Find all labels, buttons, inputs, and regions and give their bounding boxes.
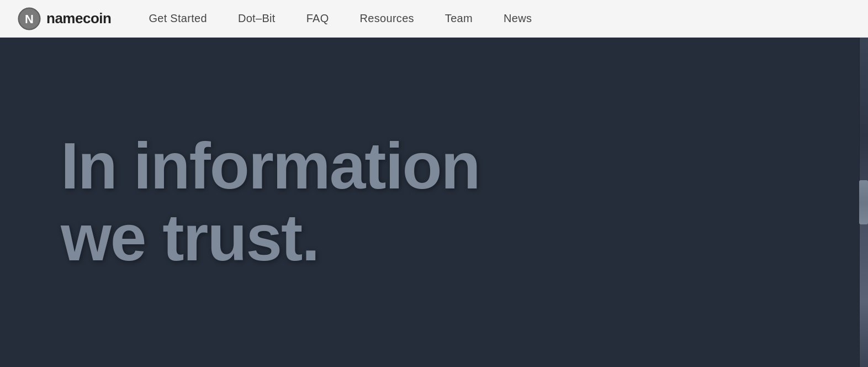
scrollbar-thumb[interactable] xyxy=(859,180,868,224)
hero-section: In information we trust. xyxy=(0,38,868,367)
nav-item-get-started[interactable]: Get Started xyxy=(133,12,223,25)
hero-headline-line2: we trust. xyxy=(61,201,319,274)
hero-headline: In information we trust. xyxy=(61,130,480,274)
nav-item-dot-bit[interactable]: Dot–Bit xyxy=(223,12,291,25)
nav-item-faq[interactable]: FAQ xyxy=(291,12,345,25)
logo-text: namecoin xyxy=(46,10,111,27)
hero-headline-line1: In information xyxy=(61,129,480,202)
nav-item-news[interactable]: News xyxy=(488,12,547,25)
main-nav: Get Started Dot–Bit FAQ Resources Team N… xyxy=(133,12,850,25)
nav-item-team[interactable]: Team xyxy=(430,12,488,25)
namecoin-logo-icon: N xyxy=(18,7,41,30)
logo-link[interactable]: N namecoin xyxy=(18,7,111,30)
svg-text:N: N xyxy=(25,12,34,25)
site-header: N namecoin Get Started Dot–Bit FAQ Resou… xyxy=(0,0,868,38)
hero-content: In information we trust. xyxy=(0,130,524,274)
scrollbar-track xyxy=(859,38,868,367)
nav-item-resources[interactable]: Resources xyxy=(345,12,430,25)
